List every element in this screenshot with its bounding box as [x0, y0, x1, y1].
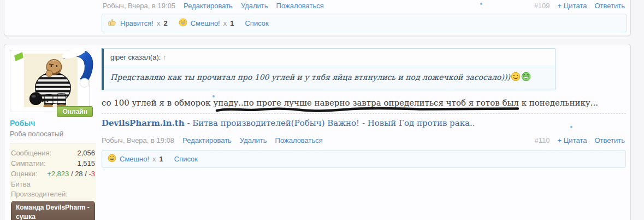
signature-text: - Битва производителей(Робыч) Важно! - Н… — [185, 118, 475, 128]
delete-link[interactable]: Удалить — [240, 136, 267, 144]
rating-positive[interactable]: +2,823 — [47, 170, 69, 178]
stat-label: Сообщения: — [11, 148, 51, 158]
quote-text: Представляю как ты прочитал про 100 угле… — [104, 66, 555, 90]
thumbs-up-icon — [108, 18, 117, 28]
stat-label: Оценки: — [11, 169, 37, 178]
edit-link[interactable]: Редактировать — [184, 2, 233, 10]
rating-negative[interactable]: -3 — [88, 170, 95, 178]
stat-label: Симпатии: — [11, 159, 46, 168]
user-title: Роба полосатый — [10, 130, 96, 138]
quote-block: giper сказал(а): ↑ Представляю как ты пр… — [102, 48, 556, 90]
like-label[interactable]: Нравится! — [120, 19, 153, 27]
team-badge: Команда DevilsPharm - сушка — [11, 201, 95, 220]
post-110: Онлайн Робыч Роба полосатый Сообщения: 2… — [4, 44, 631, 220]
funny-label[interactable]: Смешно! — [120, 155, 149, 163]
online-badge: Онлайн — [57, 106, 93, 117]
post-number[interactable]: #109 — [534, 2, 550, 10]
green-flag-icon — [14, 52, 23, 61]
rating-neutral[interactable]: / 28 / — [69, 170, 88, 178]
quote-author: giper сказал(а): — [110, 53, 161, 61]
stat-value: 1,515 — [77, 159, 95, 168]
funny-count: 1 — [230, 19, 234, 27]
green-grin-smiley-icon — [521, 74, 531, 83]
funny-label[interactable]: Смешно! — [191, 19, 220, 27]
post-number[interactable]: #110 — [535, 136, 550, 144]
post-110-meta: Робыч, Вчера, в 19:08 Редактировать Удал… — [102, 136, 626, 144]
quote-link[interactable]: + Цитата — [558, 136, 587, 144]
stat-likes: Симпатии: 1,515 — [11, 159, 95, 168]
report-link[interactable]: Пожаловаться — [275, 136, 323, 144]
blue-dot — [480, 3, 482, 5]
reactions-bar: Нравится! x 2 Смешно! x 1 Список — [102, 14, 627, 32]
wink-smiley-icon — [511, 74, 521, 83]
author-date: Робыч, Вчера, в 19:08 — [102, 136, 174, 144]
list-link[interactable]: Список — [245, 19, 268, 27]
username-link[interactable]: Робыч — [10, 119, 96, 128]
author-date: Робыч, Вчера, в 19:05 — [103, 2, 175, 10]
user-info-panel: Онлайн Робыч Роба полосатый Сообщения: 2… — [10, 50, 96, 220]
avatar[interactable] — [24, 54, 78, 107]
delete-link[interactable]: Удалить — [241, 2, 268, 10]
marker-underline — [215, 107, 520, 112]
blue-dot — [570, 126, 572, 128]
blue-dot — [212, 95, 215, 97]
reply-link[interactable]: Ответить — [594, 136, 625, 144]
post-109: Робыч, Вчера, в 19:05 Редактировать Удал… — [4, 0, 631, 36]
edit-link[interactable]: Редактировать — [182, 136, 232, 144]
laughing-smiley-icon — [179, 18, 187, 28]
quote-jump-arrow-icon[interactable]: ↑ — [163, 53, 167, 61]
post-109-meta: Робыч, Вчера, в 19:05 Редактировать Удал… — [4, 0, 630, 10]
user-stats: Сообщения: 2,056 Симпатии: 1,515 Оценки:… — [10, 143, 96, 220]
battle-label: Битва Производителей: — [11, 180, 95, 199]
avatar-card: Онлайн — [10, 50, 90, 112]
funny-x: x — [152, 155, 156, 163]
stat-ratings: Оценки: +2,823 / 28 / -3 — [11, 169, 95, 178]
signature: DevilsPharm.in.th - Битва производителей… — [102, 113, 626, 128]
like-x: x — [157, 19, 161, 27]
signature-link[interactable]: DevilsPharm.in.th — [102, 118, 185, 128]
quote-header: giper сказал(а): ↑ — [104, 49, 555, 66]
list-link[interactable]: Список — [174, 155, 198, 163]
reactions-bar: Смешно! x 1 Список — [102, 150, 626, 168]
reply-link[interactable]: Ответить — [594, 2, 625, 10]
like-count: 2 — [163, 19, 167, 27]
stat-value: 2,056 — [77, 148, 95, 158]
funny-count: 1 — [159, 155, 163, 163]
quote-link[interactable]: + Цитата — [558, 2, 587, 10]
funny-x: x — [223, 19, 227, 27]
message-area: giper сказал(а): ↑ Представляю как ты пр… — [102, 48, 626, 168]
laughing-smiley-icon — [108, 154, 116, 164]
report-link[interactable]: Пожаловаться — [276, 2, 324, 10]
stat-messages: Сообщения: 2,056 — [11, 148, 95, 158]
